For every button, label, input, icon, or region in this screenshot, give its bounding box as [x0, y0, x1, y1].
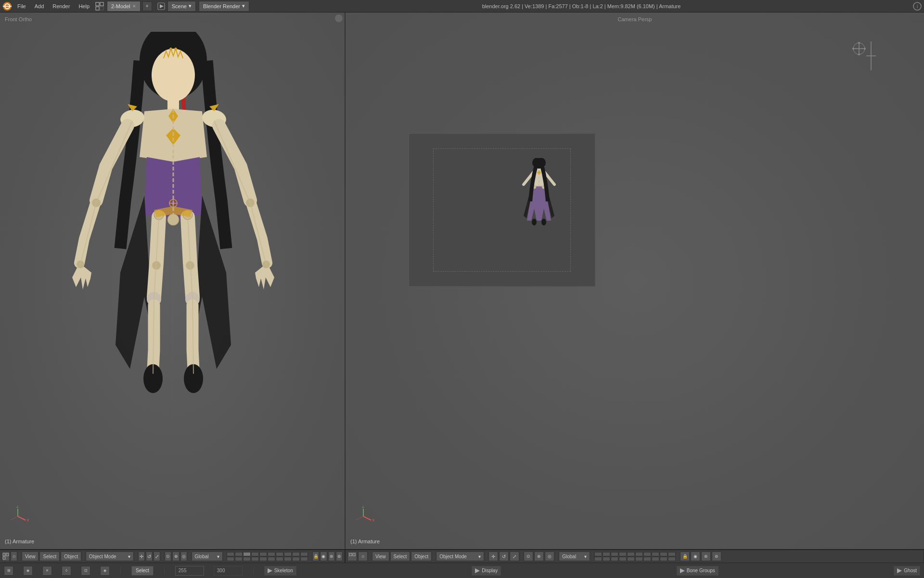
layer-btn-19[interactable]: [292, 557, 300, 561]
view-menu-left[interactable]: View: [22, 552, 39, 561]
prop2-icon-left[interactable]: ⊛: [328, 552, 335, 561]
select-menu-left[interactable]: Select: [39, 552, 60, 561]
r-layer-btn-8[interactable]: [652, 552, 659, 556]
r-layer-btn-6[interactable]: [635, 552, 643, 556]
status-icon-3[interactable]: ≡: [42, 566, 52, 576]
prop-icon-right[interactable]: ◉: [691, 552, 700, 561]
menu-render[interactable]: Render: [49, 2, 74, 10]
rotate-icon-left[interactable]: ↺: [146, 552, 153, 561]
pivot-icon-right[interactable]: ⊙: [524, 552, 533, 561]
r-layer-btn-2[interactable]: [603, 552, 610, 556]
svg-point-27: [167, 214, 179, 225]
scale-icon-left[interactable]: ⤢: [154, 552, 160, 561]
prop3-icon-right[interactable]: ⊚: [712, 552, 721, 561]
layer-btn-11[interactable]: [227, 557, 234, 561]
workspace-tab-model[interactable]: 2-Model ✕: [107, 1, 141, 12]
select-menu-right[interactable]: Select: [390, 552, 411, 561]
viewport-right[interactable]: Camera Persp: [346, 13, 924, 549]
object-menu-right[interactable]: Object: [411, 552, 432, 561]
layer-btn-10[interactable]: [300, 552, 308, 556]
r-layer-btn-5[interactable]: [627, 552, 635, 556]
grid-icon-left[interactable]: [2, 552, 10, 561]
layer-btn-3[interactable]: [243, 552, 251, 556]
r-layer-btn-20[interactable]: [668, 557, 676, 561]
r-layer-btn-15[interactable]: [627, 557, 635, 561]
layer-btn-4[interactable]: [251, 552, 259, 556]
r-layer-btn-14[interactable]: [619, 557, 627, 561]
svg-rect-80: [6, 553, 9, 556]
layer-btn-8[interactable]: [284, 552, 292, 556]
prop2-icon-right[interactable]: ⊛: [701, 552, 711, 561]
r-layer-btn-13[interactable]: [611, 557, 618, 561]
global-selector-left[interactable]: Global ▾: [192, 552, 223, 561]
layer-btn-6[interactable]: [268, 552, 275, 556]
layer-btn-15[interactable]: [259, 557, 267, 561]
menu-add[interactable]: Add: [31, 2, 48, 10]
layer-btn-1[interactable]: [227, 552, 234, 556]
svg-text:X: X: [26, 518, 29, 523]
global-selector-right[interactable]: Global ▾: [559, 552, 590, 561]
layer-btn-7[interactable]: [276, 552, 283, 556]
object-menu-left[interactable]: Object: [61, 552, 81, 561]
layer-btn-13[interactable]: [243, 557, 251, 561]
menu-help[interactable]: Help: [75, 2, 93, 10]
viewport-left[interactable]: Front Ortho: [0, 13, 346, 549]
workspace-tab-close[interactable]: ✕: [132, 4, 136, 9]
status-icon-4[interactable]: ◊: [62, 566, 71, 576]
scene-selector[interactable]: Scene ▾: [167, 1, 196, 12]
r-layer-btn-17[interactable]: [643, 557, 651, 561]
mode-selector-left[interactable]: Object Mode ▾: [86, 552, 134, 561]
view-menu-right[interactable]: View: [372, 552, 389, 561]
r-layer-btn-7[interactable]: [643, 552, 651, 556]
workspace-add-btn[interactable]: +: [142, 1, 152, 11]
layer-btn-17[interactable]: [276, 557, 283, 561]
r-layer-btn-4[interactable]: [619, 552, 627, 556]
view-icon-right[interactable]: ⊙: [358, 552, 368, 561]
render-engine-selector[interactable]: Blender Render ▾: [199, 1, 249, 12]
viewport-left-corner[interactable]: [335, 14, 343, 22]
triangle-icon-3: [680, 568, 685, 573]
scale-icon-right[interactable]: ⤢: [510, 552, 519, 561]
layer-btn-2[interactable]: [235, 552, 243, 556]
snap-icon-right[interactable]: ⊕: [534, 552, 544, 561]
layer-btn-9[interactable]: [292, 552, 300, 556]
pivot-icon-left[interactable]: ⊙: [165, 552, 171, 561]
grid-icon-right[interactable]: [347, 552, 357, 561]
layer-btn-12[interactable]: [235, 557, 243, 561]
status-icon-1[interactable]: ⊞: [4, 566, 13, 576]
mode-selector-right[interactable]: Object Mode ▾: [436, 552, 484, 561]
grab-icon-right[interactable]: ✛: [488, 552, 498, 561]
view-icon-left[interactable]: ⊙: [11, 552, 17, 561]
lock-icon-right[interactable]: 🔒: [680, 552, 690, 561]
r-layer-btn-12[interactable]: [603, 557, 610, 561]
status-icon-5[interactable]: ⊡: [81, 566, 90, 576]
r-layer-btn-9[interactable]: [660, 552, 667, 556]
snap-icon-left[interactable]: ⊕: [172, 552, 179, 561]
top-bar: File Add Render Help 2-Model ✕ + Scene ▾…: [0, 0, 924, 13]
layer-btn-14[interactable]: [251, 557, 259, 561]
loc-x[interactable]: 300: [214, 566, 243, 576]
layer-btn-20[interactable]: [300, 557, 308, 561]
value-field[interactable]: 255: [175, 566, 204, 576]
snap-toggle-left[interactable]: ◎: [180, 552, 187, 561]
r-layer-btn-1[interactable]: [594, 552, 602, 556]
r-layer-btn-16[interactable]: [635, 557, 643, 561]
layer-btn-5[interactable]: [259, 552, 267, 556]
menu-file[interactable]: File: [13, 2, 30, 10]
r-layer-btn-10[interactable]: [668, 552, 676, 556]
rotate-icon-right[interactable]: ↺: [499, 552, 509, 561]
select-btn[interactable]: Select: [131, 566, 154, 576]
layer-btn-18[interactable]: [284, 557, 292, 561]
grab-icon-left[interactable]: ✛: [138, 552, 145, 561]
layer-btn-16[interactable]: [268, 557, 275, 561]
status-icon-6[interactable]: ◈: [100, 566, 110, 576]
snap-toggle-right[interactable]: ◎: [545, 552, 554, 561]
lock-icon-left[interactable]: 🔒: [312, 552, 319, 561]
r-layer-btn-19[interactable]: [660, 557, 667, 561]
r-layer-btn-3[interactable]: [611, 552, 618, 556]
r-layer-btn-11[interactable]: [594, 557, 602, 561]
status-icon-2[interactable]: ◈: [23, 566, 33, 576]
prop3-icon-left[interactable]: ⊚: [336, 552, 343, 561]
r-layer-btn-18[interactable]: [652, 557, 659, 561]
prop-icon-left[interactable]: ◉: [320, 552, 327, 561]
